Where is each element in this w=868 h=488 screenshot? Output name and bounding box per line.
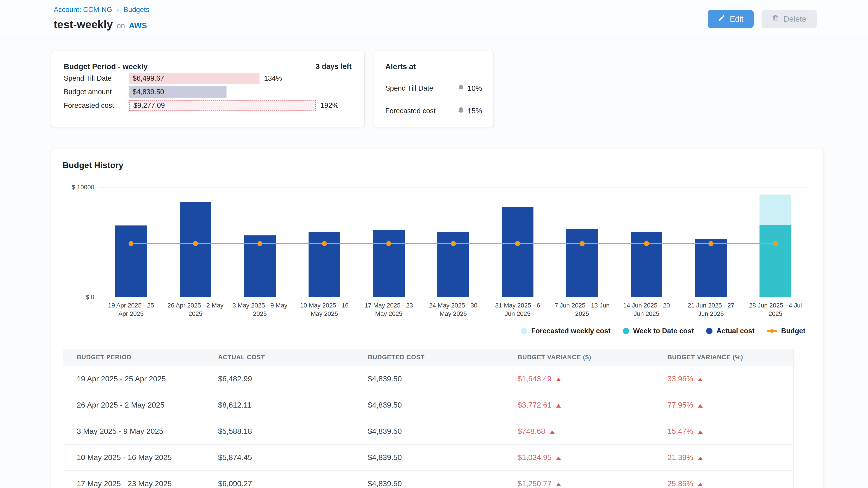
table-row[interactable]: 10 May 2025 - 16 May 2025$5,874.45$4,839…	[63, 445, 794, 470]
table-row[interactable]: 3 May 2025 - 9 May 2025$5,588.18$4,839.5…	[63, 418, 794, 445]
x-axis-label: 3 May 2025 - 9 May 2025	[228, 301, 292, 318]
platform-label: AWS	[129, 21, 147, 30]
chart-bar-group	[99, 187, 163, 297]
increase-triangle-icon	[698, 457, 703, 460]
chart-bar-group	[421, 187, 485, 297]
breadcrumb-separator: ›	[117, 6, 119, 13]
x-axis-label: 31 May 2025 - 6 Jun 2025	[486, 301, 550, 318]
x-axis-label: 10 May 2025 - 16 May 2025	[292, 301, 356, 318]
cell-variance-pct: 77.95%	[662, 392, 794, 418]
table-header: ACTUAL COST	[213, 349, 362, 366]
alerts-title: Alerts at	[385, 62, 483, 71]
increase-triangle-icon	[556, 483, 561, 486]
table-header: BUDGET VARIANCE ($)	[512, 349, 662, 366]
cell-variance-usd: $1,643.49	[512, 366, 662, 392]
legend-item[interactable]: Week to Date cost	[623, 327, 694, 335]
budget-history-table: BUDGET PERIODACTUAL COSTBUDGETED COSTBUD…	[63, 349, 794, 488]
x-axis-label: 17 May 2025 - 23 May 2025	[356, 301, 421, 318]
forecasted-cost-label: Forecasted cost	[64, 101, 129, 109]
cell-budget-period: 17 May 2025 - 23 May 2025	[63, 470, 213, 488]
summary-cards: Budget Period - weekly 3 days left Spend…	[51, 51, 824, 127]
chart-bar-group	[550, 187, 614, 297]
chart-x-labels: 19 Apr 2025 - 25 Apr 202526 Apr 2025 - 2…	[99, 301, 808, 318]
chart-bar-group	[163, 187, 228, 297]
table-row[interactable]: 26 Apr 2025 - 2 May 2025$8,612.11$4,839.…	[63, 392, 794, 418]
cell-budget-period: 19 Apr 2025 - 25 Apr 2025	[63, 366, 213, 392]
legend-item[interactable]: Budget	[767, 327, 805, 335]
spend-till-date-value: $6,499.67	[133, 74, 164, 83]
budget-point	[322, 241, 327, 246]
budget-amount-row: Budget amount $4,839.50	[64, 86, 352, 98]
page-title: test-weekly	[54, 18, 113, 31]
legend-label: Actual cost	[716, 327, 754, 335]
bell-icon	[457, 106, 465, 116]
breadcrumb-account[interactable]: Account: CCM-NG	[54, 6, 112, 14]
x-axis-label: 26 Apr 2025 - 2 May 2025	[163, 301, 228, 318]
budget-point	[128, 241, 133, 246]
edit-button-label: Edit	[730, 14, 743, 24]
title-conjunction: on	[117, 22, 125, 30]
table-body: 19 Apr 2025 - 25 Apr 2025$6,482.99$4,839…	[63, 366, 794, 488]
legend-item[interactable]: Forecasted weekly cost	[521, 327, 611, 335]
chart-plot: $ 10000 $ 0	[99, 187, 808, 297]
bell-icon	[457, 84, 465, 94]
x-axis-label: 19 Apr 2025 - 25 Apr 2025	[99, 301, 163, 318]
cell-budgeted-cost: $4,839.50	[362, 418, 512, 445]
legend-label: Forecasted weekly cost	[531, 327, 611, 335]
y-axis-zero-label: $ 0	[65, 293, 94, 301]
increase-triangle-icon	[698, 404, 703, 408]
budget-point	[451, 241, 456, 246]
main-content: Budget Period - weekly 3 days left Spend…	[0, 38, 868, 488]
days-left-label: 3 days left	[316, 62, 352, 71]
edit-button[interactable]: Edit	[708, 10, 754, 29]
cell-actual-cost: $5,588.18	[213, 418, 362, 445]
delete-button[interactable]: Delete	[762, 10, 817, 29]
budget-history-card: Budget History $ 10000 $ 0 19 Apr 2025 -…	[51, 149, 824, 488]
spend-till-date-bar: $6,499.67	[129, 73, 259, 84]
cell-variance-usd: $3,772.61	[512, 392, 662, 418]
legend-label: Budget	[781, 327, 805, 335]
chart-bar-group	[679, 187, 743, 297]
table-head-row: BUDGET PERIODACTUAL COSTBUDGETED COSTBUD…	[63, 349, 794, 366]
budget-point	[644, 241, 649, 246]
forecasted-cost-bar: $9,277.09	[129, 100, 316, 111]
cell-variance-pct: 25.85%	[662, 470, 794, 488]
chart-bar-group	[228, 187, 292, 297]
chart-bar-group	[356, 187, 421, 297]
chart-bar-group	[292, 187, 356, 297]
budget-point	[193, 241, 198, 246]
budget-period-title: Budget Period - weekly	[64, 62, 148, 71]
cell-variance-pct: 15.47%	[662, 418, 794, 445]
breadcrumb-budgets[interactable]: Budgets	[123, 6, 149, 14]
budget-point	[515, 241, 520, 246]
legend-marker	[521, 328, 527, 334]
table-header: BUDGET PERIOD	[63, 349, 213, 366]
legend-item[interactable]: Actual cost	[706, 327, 754, 335]
alert-row-spend: Spend Till Date 10%	[385, 84, 483, 94]
budget-amount-value: $4,839.50	[133, 88, 164, 96]
table-row[interactable]: 17 May 2025 - 23 May 2025$6,090.27$4,839…	[63, 470, 794, 488]
page-header: Account: CCM-NG › Budgets test-weekly on…	[0, 0, 868, 38]
legend-marker	[706, 328, 712, 334]
cell-actual-cost: $6,090.27	[213, 470, 362, 488]
increase-triangle-icon	[698, 430, 703, 434]
breadcrumb: Account: CCM-NG › Budgets	[54, 6, 817, 14]
spend-till-date-row: Spend Till Date $6,499.67 134%	[64, 72, 352, 85]
alert-row-forecast: Forecasted cost 15%	[385, 106, 483, 116]
cell-variance-pct: 21.39%	[662, 445, 794, 470]
forecasted-cost-row: Forecasted cost $9,277.09 192%	[64, 100, 352, 111]
budget-point	[386, 241, 392, 246]
x-axis-label: 24 May 2025 - 30 May 2025	[421, 301, 485, 318]
table-header: BUDGETED COST	[362, 349, 512, 366]
x-axis-label: 21 Jun 2025 - 27 Jun 2025	[679, 301, 743, 318]
forecasted-cost-percent: 192%	[320, 101, 339, 109]
cell-variance-usd: $748.68	[512, 418, 662, 445]
cell-budget-period: 26 Apr 2025 - 2 May 2025	[63, 392, 213, 418]
table-header: BUDGET VARIANCE (%)	[662, 349, 794, 366]
table-row[interactable]: 19 Apr 2025 - 25 Apr 2025$6,482.99$4,839…	[63, 366, 794, 392]
cell-budgeted-cost: $4,839.50	[362, 366, 512, 392]
actual-cost-bar	[115, 225, 147, 297]
cell-budget-period: 10 May 2025 - 16 May 2025	[63, 445, 213, 470]
actual-cost-bar	[695, 239, 727, 297]
legend-label: Week to Date cost	[633, 327, 694, 335]
